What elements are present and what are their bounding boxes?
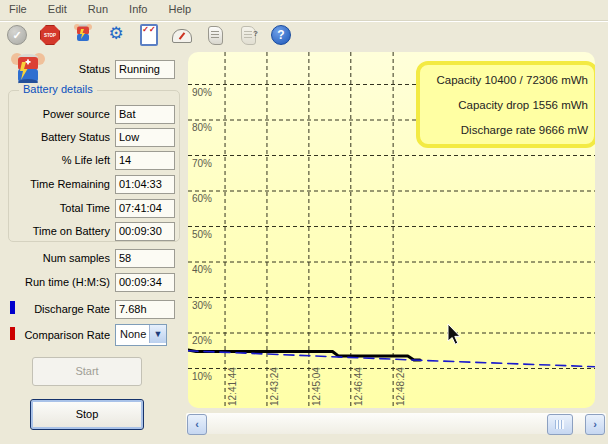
status-value: Running <box>115 60 175 79</box>
power-source-row: Power source Bat <box>0 105 186 123</box>
y-tick-label: 80% <box>192 122 212 133</box>
time-remaining-row: Time Remaining 01:04:33 <box>0 175 186 193</box>
scroll-right-button[interactable]: › <box>585 414 605 435</box>
stop-icon[interactable]: STOP <box>39 23 61 45</box>
run-time-row: Run time (H:M:S) 00:09:34 <box>0 273 186 291</box>
y-tick-label: 10% <box>192 371 212 382</box>
time-remaining-value: 01:04:33 <box>115 175 175 194</box>
log-help-icon[interactable]: ? <box>237 23 259 45</box>
battery-panel: Status Running Battery details Power sou… <box>0 48 186 444</box>
capacity-annotation: Capacity 10400 / 72306 mWh <box>420 68 588 93</box>
run-time-value: 00:09:34 <box>115 273 175 292</box>
scroll-thumb[interactable] <box>547 414 573 435</box>
status-label: Status <box>0 60 110 78</box>
power-source-value: Bat <box>115 105 175 124</box>
battery-monitor-window: File Edit Run Info Help ✓ STOP ⚙ ✓✓ ? ? <box>0 0 608 444</box>
comparison-rate-selected: None <box>120 328 146 340</box>
capacity-drop-annotation: Capacity drop 1556 mWh <box>420 93 588 118</box>
x-tick-label: 12:48:24 <box>395 367 406 406</box>
time-on-battery-row: Time on Battery 00:09:30 <box>0 222 186 240</box>
log-scroll-icon[interactable] <box>204 23 226 45</box>
settings-gear-icon[interactable]: ⚙ <box>105 23 127 45</box>
num-samples-row: Num samples 58 <box>0 249 186 267</box>
y-tick-label: 20% <box>192 335 212 346</box>
total-time-row: Total Time 07:41:04 <box>0 199 186 217</box>
menu-help[interactable]: Help <box>160 0 201 17</box>
battery-status-row: Battery Status Low <box>0 128 186 146</box>
scroll-left-button[interactable]: ‹ <box>187 414 207 435</box>
total-time-label: Total Time <box>0 199 110 217</box>
menu-info[interactable]: Info <box>120 0 156 17</box>
y-tick-label: 50% <box>192 229 212 240</box>
power-source-label: Power source <box>0 105 110 123</box>
mouse-cursor-icon <box>447 324 465 348</box>
discharge-rate-row: Discharge Rate 7.68h <box>0 300 186 318</box>
x-tick-label: 12:41:44 <box>227 367 238 406</box>
time-remaining-label: Time Remaining <box>0 175 110 193</box>
menu-run[interactable]: Run <box>79 0 117 17</box>
series-discharge-trend <box>188 351 595 367</box>
life-left-value: 14 <box>115 151 175 170</box>
x-tick-label: 12:45:04 <box>311 367 322 406</box>
gauge-icon[interactable] <box>171 23 193 45</box>
discharge-rate-value: 7.68h <box>115 300 175 319</box>
battery-details-title: Battery details <box>19 83 97 95</box>
capacity-infobox: Capacity 10400 / 72306 mWh Capacity drop… <box>416 61 595 148</box>
battery-icon[interactable] <box>72 23 94 45</box>
checklist-icon[interactable]: ✓✓ <box>138 23 160 45</box>
menu-file[interactable]: File <box>0 0 36 17</box>
start-button[interactable]: Start <box>32 357 142 386</box>
y-tick-label: 40% <box>192 264 212 275</box>
num-samples-value: 58 <box>115 249 175 268</box>
time-on-battery-label: Time on Battery <box>0 222 110 240</box>
battery-status-label: Battery Status <box>0 128 110 146</box>
y-tick-label: 70% <box>192 158 212 169</box>
num-samples-label: Num samples <box>0 249 110 267</box>
life-left-label: % Life left <box>0 151 110 169</box>
discharge-rate-label: Discharge Rate <box>0 300 110 318</box>
menubar: File Edit Run Info Help <box>0 0 608 21</box>
stop-button[interactable]: Stop <box>30 399 144 430</box>
time-on-battery-value: 00:09:30 <box>115 222 175 241</box>
run-time-label: Run time (H:M:S) <box>0 273 110 291</box>
comparison-rate-select[interactable]: None ▼ <box>115 324 167 346</box>
y-tick-label: 60% <box>192 193 212 204</box>
x-tick-label: 12:46:44 <box>353 367 364 406</box>
toolbar: ✓ STOP ⚙ ✓✓ ? ? <box>0 21 608 48</box>
x-tick-label: 12:43:24 <box>269 367 280 406</box>
life-left-row: % Life left 14 <box>0 151 186 169</box>
chevron-down-icon[interactable]: ▼ <box>149 325 166 343</box>
ok-icon[interactable]: ✓ <box>6 23 28 45</box>
discharge-rate-annotation: Discharge rate 9666 mW <box>420 118 588 143</box>
status-row: Status Running <box>0 60 186 78</box>
help-icon[interactable]: ? <box>270 23 292 45</box>
y-tick-label: 30% <box>192 300 212 311</box>
discharge-chart: Capacity 10400 / 72306 mWh Capacity drop… <box>188 52 595 408</box>
battery-status-value: Low <box>115 128 175 147</box>
y-tick-label: 90% <box>192 87 212 98</box>
total-time-value: 07:41:04 <box>115 199 175 218</box>
menu-edit[interactable]: Edit <box>39 0 76 17</box>
comparison-rate-label: Comparison Rate <box>0 326 110 344</box>
chart-h-scrollbar[interactable]: ‹ › <box>186 413 606 434</box>
